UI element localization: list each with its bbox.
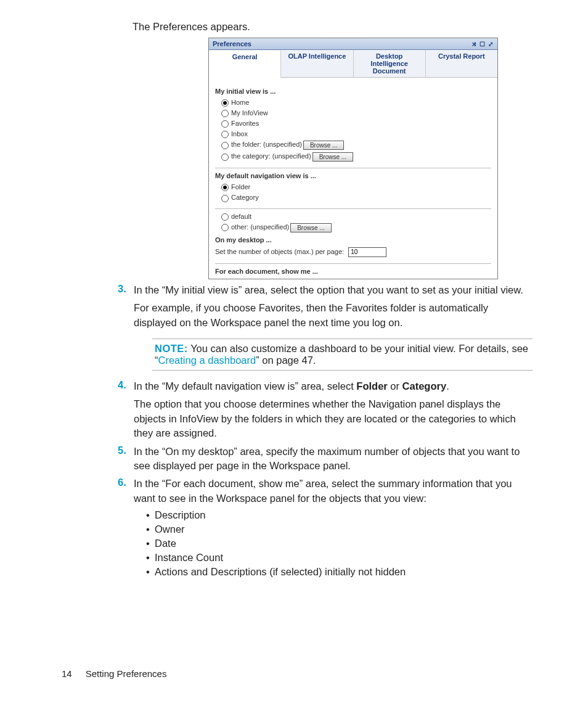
radio-favorites[interactable]: Favorites: [221, 120, 491, 128]
radio-label: Folder: [231, 183, 250, 191]
page-footer: 14Setting Preferences: [62, 668, 166, 679]
max-objects-row: Set the number of objects (max.) per pag…: [215, 247, 491, 257]
step-text: In the “My default navigation view is” a…: [134, 379, 533, 393]
bullet-item: •Date: [146, 538, 533, 549]
step-number: 4.: [118, 379, 126, 391]
tab-olap[interactable]: OLAP Intelligence: [281, 50, 353, 77]
heading-each-document: For each document, show me ...: [215, 268, 491, 275]
bullet-text: Owner: [155, 523, 185, 535]
heading-nav-view: My default navigation view is ...: [215, 172, 491, 179]
tab-general[interactable]: General: [209, 51, 281, 78]
section-title: Setting Preferences: [86, 668, 167, 679]
divider: [215, 263, 491, 264]
radio-default[interactable]: default: [221, 213, 491, 221]
preferences-body: My initial view is ... Home My InfoView …: [209, 78, 497, 279]
page-root: The Preferences appears. Preferences ⤨ ☐…: [0, 0, 588, 578]
radio-icon: [221, 131, 229, 138]
max-objects-input[interactable]: [348, 247, 386, 257]
preferences-title-text: Preferences: [213, 40, 251, 47]
radio-folder[interactable]: the folder: (unspecified)Browse ...: [221, 141, 491, 150]
step-6: 6. In the “For each document, show me” a…: [134, 477, 533, 578]
tab-crystal-report[interactable]: Crystal Report: [426, 50, 497, 77]
link-creating-dashboard[interactable]: Creating a dashboard: [158, 355, 256, 366]
step-text: In the “For each document, show me” area…: [134, 477, 533, 506]
step-number: 5.: [118, 445, 126, 456]
radio-icon: [221, 184, 229, 191]
text: .: [446, 380, 449, 392]
divider: [215, 208, 491, 209]
note-box: NOTE: You can also customize a dashboard…: [152, 339, 533, 371]
browse-other-button[interactable]: Browse ...: [290, 223, 331, 232]
radio-label: other: (unspecified): [231, 223, 289, 231]
radio-icon: [221, 110, 229, 117]
step-text: In the “On my desktop” area, specify the…: [134, 445, 533, 474]
text: In the “My default navigation view is” a…: [134, 380, 356, 392]
intro-text: The Preferences appears.: [133, 21, 533, 33]
preferences-window: Preferences ⤨ ☐ ⤢ General OLAP Intellige…: [208, 38, 498, 279]
preferences-tabbar: General OLAP Intelligence Desktop Intell…: [209, 50, 497, 78]
step-text: The option that you choose determines wh…: [134, 397, 533, 440]
radio-icon: [221, 195, 229, 202]
radio-nav-folder[interactable]: Folder: [221, 183, 491, 191]
tab-desktop-intelligence[interactable]: Desktop Intelligence Document: [354, 50, 426, 77]
radio-label: the category: (unspecified): [231, 153, 311, 160]
radio-icon: [221, 99, 229, 107]
step-number: 6.: [118, 477, 126, 488]
radio-label: Category: [231, 194, 259, 201]
radio-label: Favorites: [231, 120, 259, 127]
radio-other[interactable]: other: (unspecified)Browse ...: [221, 223, 491, 232]
bullet-list: •Description •Owner •Date •Instance Coun…: [146, 509, 533, 578]
step-3: 3. In the “My initial view is” area, sel…: [134, 283, 533, 371]
step-5: 5. In the “On my desktop” area, specify …: [134, 445, 533, 474]
radio-myinfoview[interactable]: My InfoView: [221, 109, 491, 117]
divider: [215, 168, 491, 168]
bullet-text: Date: [155, 538, 176, 549]
radio-label: default: [231, 213, 251, 220]
radio-home[interactable]: Home: [221, 99, 491, 107]
radio-inbox[interactable]: Inbox: [221, 130, 491, 138]
radio-label: Inbox: [231, 130, 248, 138]
preferences-screenshot: Preferences ⤨ ☐ ⤢ General OLAP Intellige…: [208, 38, 533, 279]
bullet-item: •Description: [146, 509, 533, 521]
bold-category: Category: [402, 380, 447, 392]
radio-icon: [221, 154, 229, 161]
browse-folder-button[interactable]: Browse ...: [303, 141, 344, 150]
preferences-titlebar: Preferences ⤨ ☐ ⤢: [209, 38, 497, 50]
radio-icon: [221, 224, 229, 231]
radio-icon: [221, 142, 229, 149]
note-label: NOTE:: [155, 343, 188, 354]
step-number: 3.: [118, 283, 126, 295]
browse-category-button[interactable]: Browse ...: [312, 152, 353, 162]
bullet-text: Instance Count: [155, 552, 223, 563]
bullet-item: •Owner: [146, 523, 533, 535]
note-text-after: ” on page 47.: [256, 355, 316, 366]
window-control-icons[interactable]: ⤨ ☐ ⤢: [472, 41, 494, 47]
step-text: For example, if you choose Favorites, th…: [134, 301, 533, 330]
bullet-item: •Instance Count: [146, 552, 533, 564]
radio-category[interactable]: the category: (unspecified)Browse ...: [221, 152, 491, 162]
radio-icon: [221, 213, 229, 221]
page-number: 14: [62, 668, 72, 679]
radio-nav-category[interactable]: Category: [221, 194, 491, 202]
radio-icon: [221, 120, 229, 128]
step-text: In the “My initial view is” area, select…: [134, 283, 533, 297]
bullet-item: •Actions and Descriptions (if selected) …: [146, 566, 533, 578]
step-4: 4. In the “My default navigation view is…: [134, 379, 533, 441]
bullet-text: Description: [155, 509, 206, 520]
bullet-text: Actions and Descriptions (if selected) i…: [155, 566, 406, 577]
text: or: [388, 380, 402, 392]
radio-label: My InfoView: [231, 109, 268, 117]
heading-initial-view: My initial view is ...: [215, 88, 491, 95]
radio-label: Home: [231, 99, 249, 106]
radio-label: the folder: (unspecified): [231, 141, 302, 149]
bold-folder: Folder: [356, 380, 387, 392]
max-objects-label: Set the number of objects (max.) per pag…: [215, 248, 344, 255]
heading-on-my-desktop: On my desktop ...: [215, 236, 491, 244]
